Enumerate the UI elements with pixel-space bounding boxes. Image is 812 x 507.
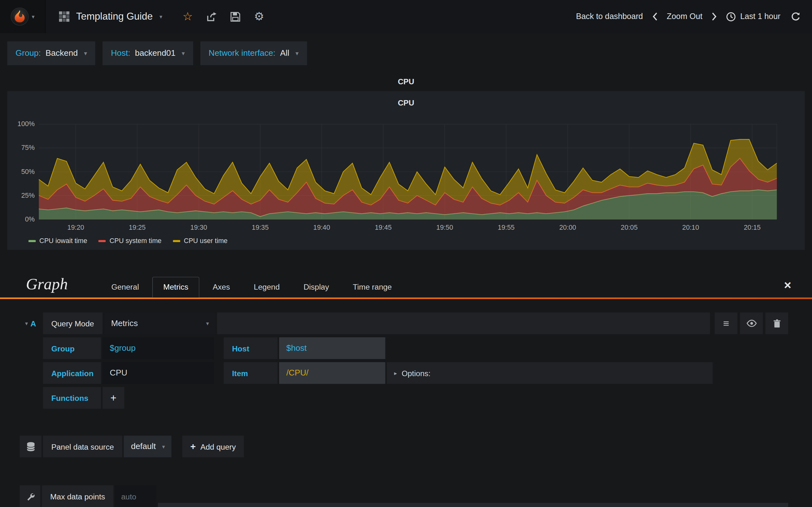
query-row-filler	[217, 313, 710, 334]
grafana-logo-icon	[10, 7, 29, 26]
back-to-dashboard-link[interactable]: Back to dashboard	[576, 12, 643, 21]
close-editor-button[interactable]: ×	[784, 279, 792, 291]
add-query-button[interactable]: + Add query	[182, 436, 244, 458]
tab-general[interactable]: General	[101, 277, 149, 297]
refresh-button[interactable]	[786, 12, 804, 21]
database-icon	[26, 441, 35, 451]
variable-network-interface-dropdown[interactable]: Network interface: All ▾	[200, 42, 307, 65]
share-dashboard-button[interactable]	[200, 0, 223, 33]
host-field-input[interactable]	[279, 337, 386, 359]
options-toggle[interactable]: ▸ Options:	[387, 362, 713, 384]
grafana-app: ▾ Templating Guide ▾ ☆	[0, 0, 812, 507]
trash-icon	[773, 319, 780, 328]
grafana-logo-button[interactable]: ▾	[0, 0, 46, 33]
chart-title: CPU	[7, 97, 805, 109]
legend-series-label: CPU user time	[184, 237, 227, 245]
options-label: Options:	[402, 369, 430, 377]
zoom-out-button[interactable]: Zoom Out	[667, 12, 703, 21]
group-field-input[interactable]	[102, 337, 214, 359]
save-icon	[230, 12, 240, 21]
variable-group-dropdown[interactable]: Group: Backend ▾	[7, 42, 96, 65]
time-range-label: Last 1 hour	[740, 12, 780, 21]
add-function-button[interactable]: +	[102, 387, 124, 409]
chevron-down-icon: ▾	[84, 50, 87, 56]
plus-icon: +	[110, 392, 116, 404]
datasource-select[interactable]: default ▾	[124, 436, 171, 458]
gear-icon: ⚙	[254, 10, 264, 23]
refresh-icon	[791, 12, 801, 21]
editor-tabs: General Metrics Axes Legend Display Time…	[101, 277, 402, 297]
dashboard-title-dropdown[interactable]: Templating Guide ▾	[46, 0, 176, 33]
variable-host-dropdown[interactable]: Host: backend01 ▾	[103, 42, 193, 65]
add-query-label: Add query	[200, 442, 236, 451]
time-shift-forward-button[interactable]	[709, 12, 720, 20]
max-data-points-input[interactable]	[115, 485, 156, 507]
tab-time-range[interactable]: Time range	[343, 277, 402, 297]
query-collapse-toggle[interactable]: ▾ A	[20, 313, 42, 334]
datasource-icon-cell	[20, 436, 42, 458]
datasource-row: Panel data source default ▾ + Add query	[20, 436, 788, 458]
next-row-edge	[158, 503, 788, 507]
editor-panel-type-title: Graph	[26, 275, 68, 293]
chart-plot-area[interactable]: 0%25%50%75%100%19:2019:2519:3019:3519:40…	[39, 124, 777, 219]
tab-metrics[interactable]: Metrics	[153, 277, 199, 297]
x-axis-label: 19:30	[184, 223, 213, 231]
x-axis-label: 19:35	[246, 223, 275, 231]
legend-series-label: CPU iowait time	[39, 237, 87, 245]
application-field-input[interactable]	[102, 362, 214, 384]
navbar-right: Back to dashboard Zoom Out Last 1 hour	[576, 0, 812, 33]
legend-item[interactable]: CPU user time	[173, 237, 227, 245]
variable-value: All	[280, 49, 289, 58]
y-axis-label: 75%	[10, 144, 35, 152]
variable-value: backend01	[135, 49, 175, 58]
dashboard-grid-icon	[59, 11, 69, 22]
legend-series-color	[29, 240, 36, 242]
datasource-value: default	[131, 442, 156, 451]
legend-item[interactable]: CPU iowait time	[29, 237, 87, 245]
query-letter: A	[31, 319, 36, 328]
plus-icon: +	[190, 441, 196, 452]
settings-button[interactable]: ⚙	[247, 0, 271, 33]
query-toggle-visibility-button[interactable]	[740, 313, 763, 334]
tab-legend[interactable]: Legend	[243, 277, 290, 297]
legend-item[interactable]: CPU system time	[99, 237, 161, 245]
query-group-host-row: Group Host	[43, 337, 788, 359]
legend-series-color	[99, 240, 106, 242]
group-field-label: Group	[43, 337, 101, 359]
item-field-label: Item	[223, 362, 277, 384]
share-icon	[206, 12, 217, 21]
time-picker-button[interactable]: Last 1 hour	[726, 12, 780, 21]
save-dashboard-button[interactable]	[223, 0, 247, 33]
query-delete-button[interactable]	[765, 313, 788, 334]
metrics-query-section: ▾ A Query Mode Metrics ▾ ≡	[0, 299, 812, 507]
tab-axes[interactable]: Axes	[202, 277, 241, 297]
hamburger-icon: ≡	[723, 318, 729, 330]
x-axis-label: 19:45	[369, 223, 398, 231]
query-mode-value: Metrics	[111, 319, 138, 328]
x-axis-label: 20:15	[738, 223, 767, 231]
item-field-input[interactable]	[279, 362, 386, 384]
variable-label: Network interface:	[209, 49, 275, 58]
star-icon: ☆	[183, 10, 193, 23]
star-dashboard-button[interactable]: ☆	[176, 0, 200, 33]
panel-title[interactable]: CPU	[7, 75, 805, 88]
variable-label: Host:	[111, 49, 131, 58]
x-axis-label: 20:05	[615, 223, 644, 231]
variable-label: Group:	[15, 49, 41, 58]
functions-label: Functions	[43, 387, 101, 409]
x-axis-label: 19:40	[307, 223, 336, 231]
legend-series-color	[173, 240, 180, 242]
query-functions-row: Functions +	[43, 387, 788, 409]
cpu-chart[interactable]	[39, 124, 777, 219]
query-mode-select[interactable]: Metrics ▾	[104, 313, 215, 334]
cpu-panel: CPU CPU 0%25%50%75%100%19:2019:2519:3019…	[7, 75, 805, 250]
dashboard-title: Templating Guide	[76, 11, 153, 22]
time-shift-back-button[interactable]	[649, 12, 661, 20]
chevron-down-icon: ▾	[162, 444, 165, 449]
editor-header: Graph General Metrics Axes Legend Displa…	[0, 273, 812, 297]
tab-display[interactable]: Display	[293, 277, 339, 297]
navbar: ▾ Templating Guide ▾ ☆	[0, 0, 812, 33]
title-caret-icon: ▾	[159, 14, 162, 19]
query-menu-button[interactable]: ≡	[715, 313, 738, 334]
panel-editor: Graph General Metrics Axes Legend Displa…	[0, 273, 812, 507]
